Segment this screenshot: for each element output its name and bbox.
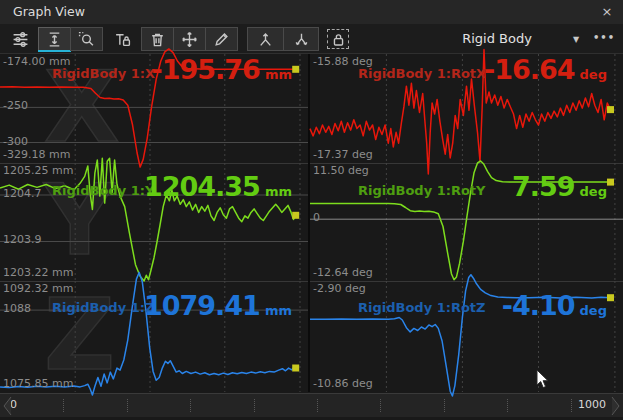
mouse-cursor	[536, 369, 550, 390]
value-unit: deg	[580, 184, 607, 199]
scrollbar-right-arrow-icon[interactable]	[610, 395, 622, 417]
timeline-tick	[127, 399, 128, 412]
axis-label-bottom: -17.37 deg	[313, 148, 373, 161]
timeline-scrollbar[interactable]: 0 1000	[0, 393, 623, 417]
value-unit: deg	[580, 303, 607, 318]
series-label: RigidBody 1:RotX	[358, 66, 486, 81]
graph-panel-pos-x[interactable]: X-174.00 mm-329.18 mm-250-300RigidBody 1…	[0, 54, 308, 163]
graph-view-window: Graph View × Rigid Body ▼ ••• X-174.00 m…	[0, 0, 623, 420]
timeline-tick	[571, 399, 572, 412]
series-label: RigidBody 1:RotZ	[358, 300, 486, 315]
graph-panel-rot-y[interactable]: 11.50 deg-12.64 deg0RigidBody 1:RotY7.59…	[310, 163, 623, 281]
toolbar-button-pin-lock[interactable]	[109, 27, 136, 51]
current-value-marker	[292, 66, 299, 73]
pin-lock-icon	[114, 31, 131, 48]
timeline-tick	[444, 399, 445, 412]
series-label: RigidBody 1:RotY	[358, 183, 486, 198]
zoom-box-icon	[78, 31, 95, 48]
value-number: -4.10	[502, 292, 575, 319]
fit-vertical-icon	[46, 31, 63, 48]
trash-icon	[149, 31, 166, 48]
toolbar-button-lock-selection[interactable]	[327, 29, 349, 49]
timeline-end-label: 1000	[578, 398, 606, 411]
current-value: 7.59deg	[512, 173, 607, 200]
axis-tick-label: -250	[3, 99, 28, 112]
series-label: RigidBody 1:Y	[52, 183, 154, 198]
axis-tick-label: 1204.7	[3, 187, 42, 200]
timeline-tick	[507, 399, 508, 412]
toolbar-button-curve-settings[interactable]	[6, 27, 34, 51]
toolbar-button-autoscale-vertical[interactable]	[38, 27, 71, 51]
toolbar-button-pan-view[interactable]	[173, 27, 206, 51]
axis-label-bottom: -10.86 deg	[313, 377, 373, 390]
timeline-tick	[254, 399, 255, 412]
graph-type-selector[interactable]: Rigid Body	[430, 27, 564, 51]
current-value: -4.10deg	[502, 292, 607, 319]
plot-area: X-174.00 mm-329.18 mm-250-300RigidBody 1…	[0, 54, 623, 392]
merge-icon	[257, 31, 274, 48]
pan-arrows-icon	[181, 31, 198, 48]
axis-label-bottom: -12.64 deg	[313, 266, 373, 279]
axis-label-bottom: 1075.85 mm	[3, 377, 73, 390]
axis-tick-label: -300	[3, 135, 28, 148]
axis-tick-label: 1203.9	[3, 233, 42, 246]
toolbar-button-delete-keys[interactable]	[141, 27, 174, 51]
pencil-icon	[213, 31, 230, 48]
scrollbar-left-arrow-icon[interactable]	[1, 395, 13, 417]
current-value: 1204.35mm	[144, 173, 292, 200]
axis-label-top: 11.50 deg	[313, 164, 369, 177]
axis-label-top: -2.90 deg	[313, 282, 366, 295]
axis-label-bottom: -329.18 mm	[3, 148, 70, 161]
current-value: -16.64deg	[484, 56, 607, 83]
series-label: RigidBody 1:Z	[52, 300, 154, 315]
chevron-down-icon[interactable]: ▼	[566, 27, 586, 51]
current-value-marker	[292, 212, 299, 219]
current-value: -195.76mm	[152, 56, 293, 83]
graph-panel-pos-y[interactable]: Y1205.25 mm1203.22 mm1204.71203.9RigidBo…	[0, 163, 308, 281]
value-number: 7.59	[512, 173, 575, 200]
value-unit: deg	[580, 67, 607, 82]
value-unit: mm	[265, 67, 292, 82]
value-number: 1079.41	[144, 292, 260, 319]
graph-panel-rot-z[interactable]: -2.90 deg-10.86 degRigidBody 1:RotZ-4.10…	[310, 281, 623, 392]
toolbar-button-edit-keys[interactable]	[205, 27, 238, 51]
window-title: Graph View	[13, 4, 85, 19]
toolbar-button-merge-tracks[interactable]	[247, 27, 284, 51]
value-number: -16.64	[484, 56, 575, 83]
padlock-icon	[330, 31, 347, 48]
axis-tick-label: 0	[313, 211, 320, 224]
timeline-tick	[63, 399, 64, 412]
current-value-marker	[607, 106, 614, 113]
toolbar-button-zoom-selection[interactable]	[70, 27, 103, 51]
title-bar: Graph View ×	[0, 0, 623, 24]
axis-tick-label: 1088	[3, 302, 31, 315]
close-icon: ×	[602, 4, 613, 19]
timeline-tick	[317, 399, 318, 412]
value-number: -195.76	[152, 56, 260, 83]
axis-label-top: 1205.25 mm	[3, 164, 73, 177]
timeline-tick	[380, 399, 381, 412]
value-unit: mm	[265, 303, 292, 318]
current-value-marker	[607, 179, 614, 186]
graph-panel-rot-x[interactable]: -15.88 deg-17.37 degRigidBody 1:RotX-16.…	[310, 54, 623, 163]
current-value-marker	[292, 365, 299, 372]
split-icon	[293, 31, 310, 48]
close-button[interactable]: ×	[598, 3, 616, 21]
series-label: RigidBody 1:X	[52, 66, 155, 81]
timeline-tick	[190, 399, 191, 412]
value-unit: mm	[265, 184, 292, 199]
axis-label-bottom: 1203.22 mm	[3, 266, 73, 279]
graph-panel-pos-z[interactable]: Z1092.32 mm1075.85 mm1088RigidBody 1:Z10…	[0, 281, 308, 392]
current-value: 1079.41mm	[144, 292, 292, 319]
toolbar-button-split-tracks[interactable]	[283, 27, 319, 51]
overflow-menu-button[interactable]: •••	[591, 27, 617, 51]
axis-label-top: 1092.32 mm	[3, 282, 73, 295]
current-value-marker	[607, 294, 614, 301]
value-number: 1204.35	[144, 173, 260, 200]
sliders-icon	[12, 31, 29, 48]
